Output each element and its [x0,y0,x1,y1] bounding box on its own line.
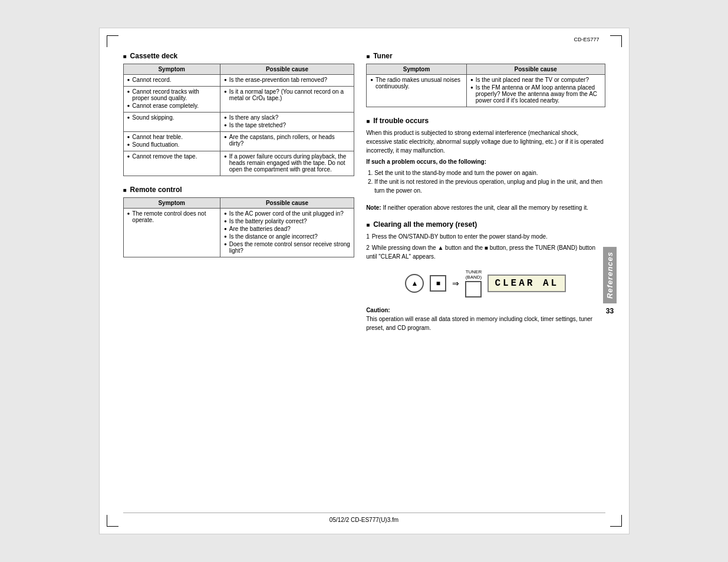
clearing-step2: 2While pressing down the ▲ button and th… [366,243,605,261]
bullet-item: Cannot record. [127,77,216,83]
cassette-symptom-4: Cannot hear treble. Sound fluctuation. [123,132,220,151]
table-row: The remote control does not operate. Is … [123,209,354,257]
stop-button-icon: ■ [430,275,446,292]
bullet-item: Cannot remove the tape. [127,153,216,160]
cassette-cause-2: Is it a normal tape? (You cannot record … [220,87,354,113]
list-item: If the unit is not restored in the previ… [374,177,605,195]
cassette-symptom-3: Sound skipping. [123,113,220,132]
corner-mark-br [610,515,622,527]
remote-control-section: Remote control Symptom Possible cause Th… [123,186,355,257]
trouble-body: When this product is subjected to strong… [366,128,605,195]
remote-cause-1: Is the AC power cord of the unit plugged… [220,209,354,257]
bullet-item: Are the batteries dead? [224,226,350,232]
table-row: Cannot record. Is the erase-prevention t… [123,75,354,87]
tuner-band-box [465,281,482,297]
arrow-icon: ⇒ [452,279,459,288]
bullet-item: Cannot record tracks with proper sound q… [127,88,216,101]
table-row: Cannot record tracks with proper sound q… [123,87,354,113]
cassette-cause-3: Is there any slack? Is the tape stretche… [220,113,354,132]
cassette-symptom-5: Cannot remove the tape. [123,151,220,176]
remote-symptom-1: The remote control does not operate. [123,209,220,257]
cassette-cause-header: Possible cause [220,64,354,75]
caution-section: Caution: This operation will erase all d… [366,306,605,332]
tuner-table: Symptom Possible cause The radio makes u… [366,64,605,107]
bullet-item: The radio makes unusual noises continuou… [370,77,463,90]
note-section: Note: If neither operation above restore… [366,203,605,212]
table-row: The radio makes unusual noises continuou… [367,75,605,107]
tuner-box-wrap: TUNER(BAND) [465,269,482,297]
remote-cause-header: Possible cause [220,198,354,209]
cassette-deck-section: Cassette deck Symptom Possible cause Can… [123,52,355,176]
clearing-step1: 1Press the ON/STAND-BY button to enter t… [366,232,605,241]
right-column: Tuner Symptom Possible cause The radio m… [366,52,605,487]
if-trouble-title: If trouble occurs [366,117,605,125]
note-label: Note: [366,204,381,211]
content-area: Cassette deck Symptom Possible cause Can… [123,52,605,487]
lcd-display: CLEAR AL [487,275,566,292]
bullet-item: Cannot hear treble. [127,134,216,140]
bullet-item: Is the AC power cord of the unit plugged… [224,210,350,217]
tuner-symptom-1: The radio makes unusual noises continuou… [367,75,467,107]
cassette-cause-5: If a power failure occurs during playbac… [220,151,354,176]
footer-text: 05/12/2 CD-ES777(U)3.fm [330,517,398,523]
remote-symptom-header: Symptom [123,198,220,209]
remote-control-title: Remote control [123,186,355,194]
if-trouble-section: If trouble occurs When this product is s… [366,117,605,212]
bullet-item: Does the remote control sensor receive s… [224,241,350,254]
caution-label: Caution: [366,306,605,315]
bullet-item: If a power failure occurs during playbac… [224,153,350,173]
trouble-steps-list: Set the unit to the stand-by mode and tu… [374,168,605,195]
caution-body: This operation will erase all data store… [366,315,605,332]
cassette-cause-1: Is the erase-prevention tab removed? [220,75,354,87]
tuner-band-label: TUNER(BAND) [466,269,482,280]
left-column: Cassette deck Symptom Possible cause Can… [123,52,355,487]
bullet-item: The remote control does not operate. [127,210,216,223]
bullet-item: Is the battery polarity correct? [224,218,350,224]
display-diagram: ▲ ■ ⇒ TUNER(BAND) CLEAR AL [366,269,605,297]
cassette-symptom-2: Cannot record tracks with proper sound q… [123,87,220,113]
bullet-item: Is the erase-prevention tab removed? [224,77,350,83]
page: CD-ES777 References 33 Cassette deck Sym… [99,28,630,534]
bullet-item: Sound fluctuation. [127,141,216,148]
tuner-title: Tuner [366,52,605,60]
tuner-cause-header: Possible cause [466,64,605,75]
tuner-section: Tuner Symptom Possible cause The radio m… [366,52,605,107]
note-body: If neither operation above restores the … [383,204,588,211]
bullet-item: Is the distance or angle incorrect? [224,233,350,240]
corner-mark-tl [107,35,118,47]
clearing-steps: 1Press the ON/STAND-BY button to enter t… [366,232,605,261]
bullet-item: Cannot erase completely. [127,103,216,109]
page-number: 33 [606,307,614,315]
bullet-item: Is the unit placed near the TV or comput… [470,77,601,83]
trouble-description: When this product is subjected to strong… [366,128,605,155]
cassette-cause-4: Are the capstans, pinch rollers, or head… [220,132,354,151]
bullet-item: Is the FM antenna or AM loop antenna pla… [470,84,601,104]
corner-mark-tr [610,35,622,47]
tuner-symptom-header: Symptom [367,64,467,75]
bullet-item: Is it a normal tape? (You cannot record … [224,88,350,101]
cassette-deck-title: Cassette deck [123,52,355,60]
table-row: Cannot hear treble. Sound fluctuation. A… [123,132,354,151]
tuner-cause-1: Is the unit placed near the TV or comput… [466,75,605,107]
eject-button-icon: ▲ [405,274,424,293]
remote-control-table: Symptom Possible cause The remote contro… [123,197,355,257]
table-row: Sound skipping. Is there any slack? Is t… [123,113,354,132]
cassette-symptom-header: Symptom [123,64,220,75]
clearing-memory-section: Clearing all the memory (reset) 1Press t… [366,220,605,332]
bullet-item: Is there any slack? [224,114,350,121]
model-header: CD-ES777 [574,37,599,42]
references-tab: References [603,247,617,303]
bullet-item: Sound skipping. [127,114,216,121]
bullet-item: Is the tape stretched? [224,122,350,128]
bullet-item: Are the capstans, pinch rollers, or head… [224,134,350,147]
table-row: Cannot remove the tape. If a power failu… [123,151,354,176]
cassette-deck-table: Symptom Possible cause Cannot record. Is… [123,64,355,176]
cassette-symptom-1: Cannot record. [123,75,220,87]
trouble-steps-intro: If such a problem occurs, do the followi… [366,157,605,166]
clearing-title: Clearing all the memory (reset) [366,220,605,229]
page-sidebar: References 33 [602,247,618,315]
footer: 05/12/2 CD-ES777(U)3.fm [123,513,605,523]
corner-mark-bl [107,515,118,527]
list-item: Set the unit to the stand-by mode and tu… [374,168,605,177]
